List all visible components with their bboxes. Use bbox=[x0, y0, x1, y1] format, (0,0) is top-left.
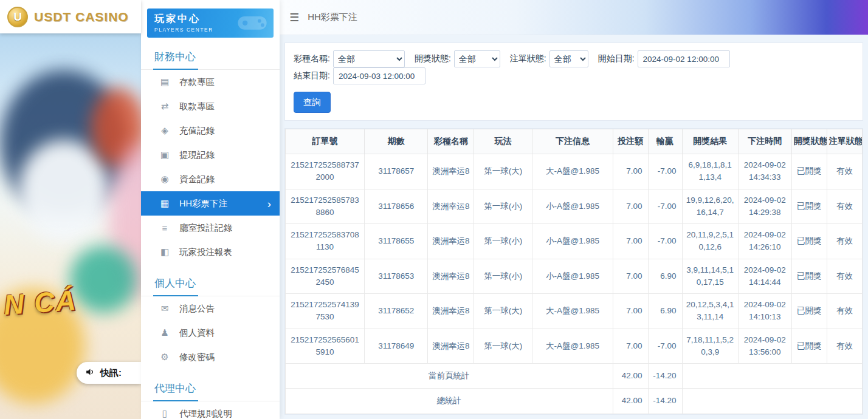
sidebar-item-profile[interactable]: ♟個人資料 bbox=[141, 321, 280, 345]
sidebar-item-deposit[interactable]: ▤存款專區 bbox=[141, 70, 280, 94]
filter-label: 開始日期: bbox=[598, 53, 635, 64]
cell-bet-info: 大-A盤@1.985 bbox=[532, 329, 613, 364]
cell-order-status: 有效 bbox=[827, 294, 862, 329]
cell-period: 31178653 bbox=[365, 259, 428, 294]
cell-play-type: 第一球(小) bbox=[474, 224, 532, 259]
cell-play-type: 第一球(大) bbox=[474, 154, 532, 189]
sidebar-item-label: 存款專區 bbox=[179, 77, 215, 88]
cell-draw-result: 20,12,5,3,4,13,11,14 bbox=[682, 294, 738, 329]
draw-status-select[interactable]: 全部 bbox=[454, 50, 500, 67]
sidebar-item-label: 代理規則說明 bbox=[179, 408, 232, 419]
coin-letter: U bbox=[13, 10, 22, 24]
announcement-bell-icon: ✉ bbox=[159, 303, 170, 314]
table-row: 215217252588737200031178657澳洲幸运8第一球(大)大-… bbox=[286, 154, 863, 189]
cell-order-status: 有效 bbox=[827, 189, 862, 224]
sidebar-item-label: 廳室投註記錄 bbox=[179, 222, 232, 234]
person-icon: ♟ bbox=[159, 327, 170, 338]
ticker-label: 快訊: bbox=[100, 367, 122, 379]
coin-icon: U bbox=[7, 7, 28, 27]
filter-label: 結束日期: bbox=[294, 70, 330, 81]
table-header: 訂單號期數彩種名稱玩法下注信息投注額輸贏開獎結果下注時間開獎狀態注單狀態 bbox=[286, 129, 863, 154]
app-window: U USDT CASINO N CÁ 快訊: 玩家中心 PLAYERS CENT… bbox=[0, 0, 868, 419]
filter-label: 彩種名稱: bbox=[294, 53, 330, 64]
cell-win-loss: -7.00 bbox=[648, 224, 682, 259]
cell-draw-result: 3,9,11,14,5,10,17,15 bbox=[682, 259, 738, 294]
brand-logo[interactable]: U USDT CASINO bbox=[0, 0, 141, 33]
cell-order: 2152172525741397530 bbox=[286, 294, 365, 329]
cell-draw-status: 已開獎 bbox=[791, 154, 827, 189]
cell-draw-result: 19,9,12,6,20,16,14,7 bbox=[682, 189, 738, 224]
lottery-ticket-icon: ▦ bbox=[159, 198, 170, 209]
promo-turtle-shape bbox=[70, 246, 137, 313]
cell-lottery-name: 澳洲幸运8 bbox=[428, 154, 474, 189]
sidebar-item-recharge-record[interactable]: ◈充值記錄 bbox=[141, 118, 280, 143]
hamburger-menu-icon[interactable]: ☰ bbox=[289, 11, 299, 24]
column-header-win-loss: 輸贏 bbox=[648, 129, 682, 154]
bet-table: 訂單號期數彩種名稱玩法下注信息投注額輸贏開獎結果下注時間開獎狀態注單狀態 215… bbox=[285, 129, 863, 414]
cell-period: 31178649 bbox=[365, 329, 428, 364]
table-row: 215217252583708113031178655澳洲幸运8第一球(小)小-… bbox=[286, 224, 863, 259]
sidebar-item-room-bet-record[interactable]: ≡廳室投註記錄 bbox=[141, 216, 280, 240]
sidebar-item-label: 消息公告 bbox=[179, 303, 215, 315]
sidebar-menu: 財務中心▤存款專區⇄取款專區◈充值記錄▣提現記錄◉資金記錄▦HH彩票下注›≡廳室… bbox=[141, 43, 280, 419]
column-header-draw-status: 開獎狀態 bbox=[791, 129, 827, 154]
news-ticker[interactable]: 快訊: bbox=[77, 362, 141, 384]
filter-label: 注單狀態: bbox=[510, 53, 546, 64]
cell-bet-time: 2024-09-02 13:56:00 bbox=[738, 329, 791, 364]
cell-period: 31178656 bbox=[365, 189, 428, 224]
search-button[interactable]: 查詢 bbox=[294, 92, 331, 113]
sidebar-item-label: 資金記錄 bbox=[179, 174, 215, 185]
deposit-icon: ▤ bbox=[159, 77, 170, 87]
cell-order: 2152172525887372000 bbox=[286, 154, 365, 189]
speaker-icon bbox=[85, 367, 95, 380]
table-row: 215217252565601591031178649澳洲幸运8第一球(大)大-… bbox=[286, 329, 863, 364]
cell-bet-info: 小-A盤@1.985 bbox=[532, 189, 613, 224]
sidebar: 玩家中心 PLAYERS CENTER 財務中心▤存款專區⇄取款專區◈充值記錄▣… bbox=[141, 0, 280, 419]
chevron-right-icon: › bbox=[267, 198, 271, 210]
cell-draw-result: 6,9,18,1,8,11,13,4 bbox=[682, 154, 738, 189]
sidebar-item-player-report[interactable]: ◧玩家投注報表 bbox=[141, 240, 280, 264]
summary-bet-amount: 42.00 bbox=[613, 389, 648, 414]
cell-bet-amount: 7.00 bbox=[613, 154, 648, 189]
end-date-input[interactable] bbox=[333, 67, 425, 84]
cell-order: 2152172525768452450 bbox=[286, 259, 365, 294]
cell-play-type: 第一球(小) bbox=[474, 259, 532, 294]
cell-bet-amount: 7.00 bbox=[613, 189, 648, 224]
column-header-bet-amount: 投注額 bbox=[613, 129, 648, 154]
sidebar-item-announcements[interactable]: ✉消息公告 bbox=[141, 296, 280, 321]
sidebar-item-label: 玩家投注報表 bbox=[179, 247, 232, 258]
cell-bet-info: 大-A盤@1.985 bbox=[532, 294, 613, 329]
cell-draw-status: 已開獎 bbox=[791, 259, 827, 294]
order-status-select[interactable]: 全部 bbox=[549, 50, 588, 67]
summary-label: 當前頁統計 bbox=[286, 364, 613, 389]
filter-field-draw-status: 開獎狀態:全部 bbox=[415, 50, 500, 67]
table-row: 215217252574139753031178652澳洲幸运8第一球(大)大-… bbox=[286, 294, 863, 329]
sidebar-header: 玩家中心 PLAYERS CENTER bbox=[147, 9, 274, 38]
cell-play-type: 第一球(大) bbox=[474, 294, 532, 329]
page-title: HH彩票下注 bbox=[308, 12, 357, 23]
sidebar-item-funds-record[interactable]: ◉資金記錄 bbox=[141, 167, 280, 191]
summary-empty bbox=[682, 389, 862, 414]
table-row: 215217252576845245031178653澳洲幸运8第一球(小)小-… bbox=[286, 259, 863, 294]
cell-order-status: 有效 bbox=[827, 329, 862, 364]
gear-icon: ⚙ bbox=[159, 352, 170, 363]
cell-draw-status: 已開獎 bbox=[791, 224, 827, 259]
sidebar-item-agent-rules[interactable]: ▯代理規則說明 bbox=[141, 401, 280, 419]
sidebar-item-withdraw-record[interactable]: ▣提現記錄 bbox=[141, 143, 280, 167]
cell-play-type: 第一球(小) bbox=[474, 189, 532, 224]
filter-panel: 彩種名稱:全部開獎狀態:全部注單狀態:全部開始日期:結束日期: 查詢 bbox=[284, 43, 863, 121]
cell-win-loss: -7.00 bbox=[648, 154, 682, 189]
sidebar-item-label: 提現記錄 bbox=[179, 149, 215, 161]
sidebar-item-lottery-bet[interactable]: ▦HH彩票下注› bbox=[141, 191, 280, 216]
cell-lottery-name: 澳洲幸运8 bbox=[428, 224, 474, 259]
start-date-input[interactable] bbox=[638, 50, 730, 67]
cell-win-loss: -7.00 bbox=[648, 189, 682, 224]
sidebar-item-withdraw[interactable]: ⇄取款專區 bbox=[141, 94, 280, 118]
header-row: 訂單號期數彩種名稱玩法下注信息投注額輸贏開獎結果下注時間開獎狀態注單狀態 bbox=[286, 129, 863, 154]
sidebar-item-label: 個人資料 bbox=[179, 327, 215, 339]
cell-bet-time: 2024-09-02 14:29:38 bbox=[738, 189, 791, 224]
cell-period: 31178652 bbox=[365, 294, 428, 329]
lottery-name-select[interactable]: 全部 bbox=[333, 50, 405, 67]
sidebar-item-change-password[interactable]: ⚙修改密碼 bbox=[141, 345, 280, 369]
cell-bet-amount: 7.00 bbox=[613, 294, 648, 329]
